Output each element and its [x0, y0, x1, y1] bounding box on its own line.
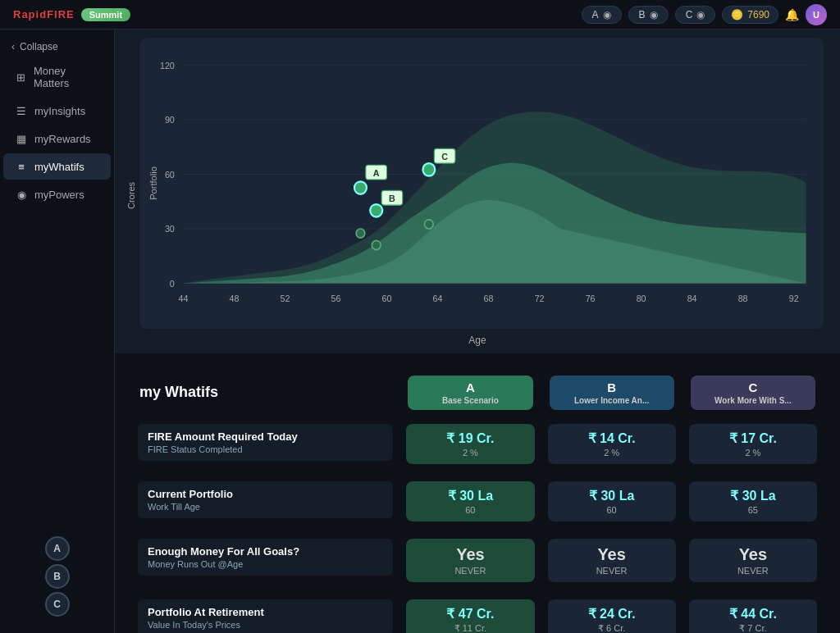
sidebar-item-mywhatifs[interactable]: ≡ myWhatifs — [3, 153, 111, 180]
row-label-cell-3: Portfolio At Retirement Value In Today's… — [131, 594, 399, 633]
svg-text:60: 60 — [165, 170, 175, 180]
y-axis-crores-label: Crores — [123, 38, 139, 329]
main-value: ₹ 17 Cr. — [697, 430, 809, 446]
yes-value: Yes — [414, 545, 526, 564]
sub-value: ₹ 6 Cr. — [556, 623, 668, 633]
svg-point-36 — [425, 220, 434, 229]
sidebar-item-mywhatifs-label: myWhatifs — [34, 161, 84, 173]
svg-text:56: 56 — [331, 294, 341, 303]
scenario-c-name: Work More With S... — [699, 396, 807, 405]
row-2-cell-1[interactable]: Yes NEVER — [541, 534, 682, 587]
header-right: A ◉ B ◉ C ◉ 🪙 7690 🔔 U — [582, 4, 827, 25]
cell-value: ₹ 44 Cr. ₹ 7 Cr. — [689, 599, 817, 633]
svg-text:52: 52 — [281, 294, 290, 303]
svg-text:B: B — [389, 194, 395, 203]
collapse-label: Collapse — [20, 41, 58, 52]
row-1-cell-0[interactable]: ₹ 30 La 60 — [399, 476, 541, 526]
row-label-sub: Work Till Age — [148, 502, 383, 512]
scenario-a-btn[interactable]: A ◉ — [582, 6, 622, 24]
main-value: ₹ 44 Cr. — [697, 606, 809, 622]
cell-value: Yes NEVER — [548, 539, 676, 582]
sub-value: NEVER — [414, 566, 526, 576]
sidebar-item-money-matters-label: Money Matters — [34, 65, 99, 89]
row-2-cell-0[interactable]: Yes NEVER — [399, 534, 541, 587]
main-value: ₹ 24 Cr. — [556, 606, 668, 622]
sub-value: 65 — [697, 505, 809, 515]
sub-value: 60 — [414, 505, 526, 515]
scenario-b-btn[interactable]: B ◉ — [628, 6, 669, 24]
grid-icon: ⊞ — [15, 71, 27, 84]
sidebar-item-myrewards[interactable]: ▦ myRewards — [3, 125, 111, 152]
main-value: ₹ 47 Cr. — [414, 606, 526, 622]
row-label-sub: FIRE Status Completed — [148, 444, 383, 454]
header: RapidFIRE Summit A ◉ B ◉ C ◉ 🪙 7690 🔔 U — [0, 0, 840, 30]
row-3-cell-0[interactable]: ₹ 47 Cr. ₹ 11 Cr. — [399, 594, 541, 633]
collapse-button[interactable]: ‹ Collapse — [0, 36, 114, 57]
svg-text:120: 120 — [160, 61, 175, 71]
sidebar-scenario-c[interactable]: C — [45, 592, 70, 617]
row-label-cell-2: Enough Money For All Goals? Money Runs O… — [131, 534, 399, 587]
cell-value: Yes NEVER — [406, 539, 534, 582]
x-axis-label: Age — [468, 335, 486, 346]
row-label-cell-1: Current Portfolio Work Till Age — [131, 476, 399, 526]
sidebar-scenario-b[interactable]: B — [45, 564, 70, 589]
scenario-a-icon: ◉ — [603, 9, 611, 20]
svg-text:Portfolio: Portfolio — [149, 166, 159, 200]
sidebar-item-myinsights[interactable]: ☰ myInsights — [3, 98, 111, 124]
svg-text:48: 48 — [230, 294, 240, 303]
row-0-cell-2[interactable]: ₹ 17 Cr. 2 % — [682, 419, 824, 469]
scenario-a-header-cell[interactable]: A Base Scenario — [408, 376, 532, 410]
scenario-b-name: Lower Income An... — [558, 396, 666, 405]
row-label-title: Enough Money For All Goals? — [148, 545, 383, 558]
scenario-a-label: A — [592, 9, 599, 20]
scenario-a-header: A Base Scenario — [399, 369, 541, 417]
row-3-cell-2[interactable]: ₹ 44 Cr. ₹ 7 Cr. — [682, 594, 824, 633]
powers-icon: ◉ — [15, 188, 28, 201]
sidebar-scenario-a[interactable]: A — [45, 536, 70, 561]
cell-value: ₹ 19 Cr. 2 % — [406, 424, 534, 464]
row-label: Portfolio At Retirement Value In Today's… — [138, 599, 393, 633]
coins-badge: 🪙 7690 — [722, 6, 778, 24]
cell-value: Yes NEVER — [689, 539, 817, 582]
row-label-title: Current Portfolio — [148, 488, 383, 500]
scenario-b-header-cell[interactable]: B Lower Income An... — [550, 376, 674, 410]
content: Crores 0 30 60 90 120 — [115, 30, 840, 633]
scenario-c-letter: C — [699, 380, 807, 394]
table-area: my Whatifs A Base Scenario B Lower Incom… — [115, 353, 840, 633]
coins-value: 7690 — [747, 9, 769, 20]
row-0-cell-0[interactable]: ₹ 19 Cr. 2 % — [399, 419, 541, 469]
avatar[interactable]: U — [806, 4, 827, 25]
scenario-b-letter: B — [558, 380, 666, 394]
cell-value: ₹ 30 La 60 — [406, 481, 534, 521]
whatifs-table: my Whatifs A Base Scenario B Lower Incom… — [131, 367, 824, 633]
main-value: ₹ 30 La — [556, 488, 668, 503]
yes-value: Yes — [697, 545, 809, 564]
scenario-c-label: C — [686, 9, 693, 20]
table-row-spacer — [131, 471, 824, 474]
row-2-cell-2[interactable]: Yes NEVER — [682, 534, 824, 587]
svg-text:44: 44 — [179, 294, 189, 303]
collapse-arrow-icon: ‹ — [11, 41, 15, 52]
sub-value: 2 % — [414, 448, 526, 458]
sidebar-item-mypowers[interactable]: ◉ myPowers — [3, 181, 111, 207]
table-row: Enough Money For All Goals? Money Runs O… — [131, 534, 824, 587]
row-1-cell-1[interactable]: ₹ 30 La 60 — [541, 476, 682, 526]
scenario-c-header-cell[interactable]: C Work More With S... — [691, 376, 815, 410]
scenario-b-label: B — [639, 9, 646, 20]
row-0-cell-1[interactable]: ₹ 14 Cr. 2 % — [541, 419, 682, 469]
row-label: FIRE Amount Required Today FIRE Status C… — [138, 424, 393, 461]
insights-icon: ☰ — [15, 104, 28, 117]
table-row-spacer — [131, 590, 824, 592]
notification-bell-icon[interactable]: 🔔 — [785, 8, 799, 21]
chart-area: Crores 0 30 60 90 120 — [115, 30, 840, 329]
scenario-c-btn[interactable]: C ◉ — [675, 6, 716, 24]
header-left: RapidFIRE Summit — [13, 8, 130, 21]
svg-point-31 — [422, 163, 435, 176]
sub-value: ₹ 11 Cr. — [414, 623, 526, 633]
scenario-b-icon: ◉ — [650, 9, 658, 20]
svg-text:C: C — [441, 151, 448, 161]
svg-point-25 — [354, 181, 367, 194]
sidebar-item-money-matters[interactable]: ⊞ Money Matters — [3, 58, 111, 96]
row-3-cell-1[interactable]: ₹ 24 Cr. ₹ 6 Cr. — [541, 594, 682, 633]
row-1-cell-2[interactable]: ₹ 30 La 65 — [682, 476, 824, 526]
